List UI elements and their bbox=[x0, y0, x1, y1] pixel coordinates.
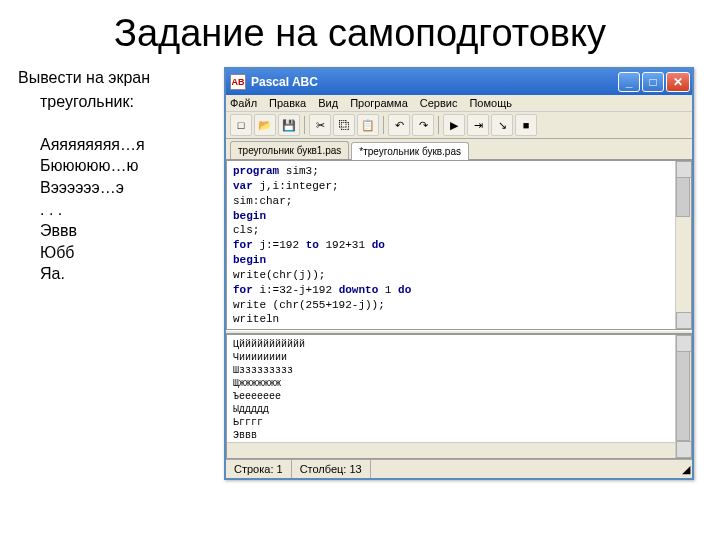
task-text: Вывести на экран треугольник: Аяяяяяяяя…… bbox=[18, 67, 218, 480]
slide-title: Задание на самоподготовку bbox=[18, 12, 702, 55]
status-col: Столбец: 13 bbox=[292, 460, 371, 478]
statusbar: Строка: 1 Столбец: 13 ◢ bbox=[226, 459, 692, 478]
output-line: Шззззззззз bbox=[233, 364, 685, 377]
code-line: var j,i:integer; bbox=[233, 179, 685, 194]
code-line: writeln bbox=[233, 312, 685, 327]
toolbar-separator bbox=[304, 116, 305, 134]
output-hscrollbar[interactable] bbox=[227, 442, 675, 458]
toolbar-separator bbox=[383, 116, 384, 134]
menubar: ФайлПравкаВидПрограммаСервисПомощь bbox=[226, 95, 692, 111]
output-line: Эввв bbox=[233, 429, 685, 442]
close-button[interactable]: ✕ bbox=[666, 72, 690, 92]
menu-item[interactable]: Правка bbox=[269, 97, 306, 109]
output-line: Цййййййййййй bbox=[233, 338, 685, 351]
code-line: end; bbox=[233, 327, 685, 330]
save-icon[interactable]: 💾 bbox=[278, 114, 300, 136]
task-line: Аяяяяяяяя…я bbox=[40, 134, 218, 156]
task-line: Яа. bbox=[40, 263, 218, 285]
pascal-abc-window: AB Pascal ABC _ □ ✕ ФайлПравкаВидПрограм… bbox=[224, 67, 694, 480]
task-line: Вээээээ…э bbox=[40, 177, 218, 199]
minimize-button[interactable]: _ bbox=[618, 72, 640, 92]
resize-grip-icon[interactable]: ◢ bbox=[676, 460, 692, 478]
code-line: write(chr(j)); bbox=[233, 268, 685, 283]
code-line: for j:=192 to 192+31 do bbox=[233, 238, 685, 253]
code-line: for i:=32-j+192 downto 1 do bbox=[233, 283, 685, 298]
editor-vscrollbar[interactable] bbox=[675, 161, 691, 329]
titlebar[interactable]: AB Pascal ABC _ □ ✕ bbox=[226, 69, 692, 95]
task-line: Юбб bbox=[40, 242, 218, 264]
code-line: begin bbox=[233, 209, 685, 224]
task-body: треугольник: Аяяяяяяяя…яБююююю…юВээээээ…… bbox=[18, 91, 218, 285]
task-line: Бююююю…ю bbox=[40, 155, 218, 177]
open-icon[interactable]: 📂 bbox=[254, 114, 276, 136]
task-line: треугольник: bbox=[40, 91, 218, 113]
code-editor[interactable]: program sim3;var j,i:integer;sim:char;be… bbox=[226, 160, 692, 330]
toolbar: □📂💾✂⿻📋↶↷▶⇥↘■ bbox=[226, 111, 692, 139]
menu-item[interactable]: Программа bbox=[350, 97, 408, 109]
output-vscrollbar[interactable] bbox=[675, 335, 691, 458]
code-line: sim:char; bbox=[233, 194, 685, 209]
new-icon[interactable]: □ bbox=[230, 114, 252, 136]
menu-item[interactable]: Помощь bbox=[469, 97, 512, 109]
step-icon[interactable]: ⇥ bbox=[467, 114, 489, 136]
stop-icon[interactable]: ■ bbox=[515, 114, 537, 136]
task-line bbox=[40, 112, 218, 134]
task-line: Эввв bbox=[40, 220, 218, 242]
output-line: Ыддддд bbox=[233, 403, 685, 416]
cut-icon[interactable]: ✂ bbox=[309, 114, 331, 136]
task-line: . . . bbox=[40, 199, 218, 221]
app-icon: AB bbox=[230, 74, 246, 90]
file-tab[interactable]: треугольник букв1.pas bbox=[230, 141, 349, 159]
code-line: program sim3; bbox=[233, 164, 685, 179]
maximize-button[interactable]: □ bbox=[642, 72, 664, 92]
into-icon[interactable]: ↘ bbox=[491, 114, 513, 136]
undo-icon[interactable]: ↶ bbox=[388, 114, 410, 136]
menu-item[interactable]: Файл bbox=[230, 97, 257, 109]
run-icon[interactable]: ▶ bbox=[443, 114, 465, 136]
menu-item[interactable]: Вид bbox=[318, 97, 338, 109]
code-line: cls; bbox=[233, 223, 685, 238]
output-line: Чииииииии bbox=[233, 351, 685, 364]
status-line: Строка: 1 bbox=[226, 460, 292, 478]
toolbar-separator bbox=[438, 116, 439, 134]
code-line: begin bbox=[233, 253, 685, 268]
menu-item[interactable]: Сервис bbox=[420, 97, 458, 109]
redo-icon[interactable]: ↷ bbox=[412, 114, 434, 136]
copy-icon[interactable]: ⿻ bbox=[333, 114, 355, 136]
file-tab[interactable]: *треугольник букв.pas bbox=[351, 142, 469, 160]
paste-icon[interactable]: 📋 bbox=[357, 114, 379, 136]
code-line: write (chr(255+192-j)); bbox=[233, 298, 685, 313]
tab-strip: треугольник букв1.pas*треугольник букв.p… bbox=[226, 139, 692, 160]
window-title: Pascal ABC bbox=[251, 75, 618, 89]
output-line: Ъеееееее bbox=[233, 390, 685, 403]
output-panel[interactable]: ЦйййййййййййЧииииииииШзззззззззЩжжжжжжжЪ… bbox=[226, 334, 692, 459]
output-line: Ьгггг bbox=[233, 416, 685, 429]
output-line: Щжжжжжжж bbox=[233, 377, 685, 390]
task-intro: Вывести на экран bbox=[18, 67, 218, 89]
